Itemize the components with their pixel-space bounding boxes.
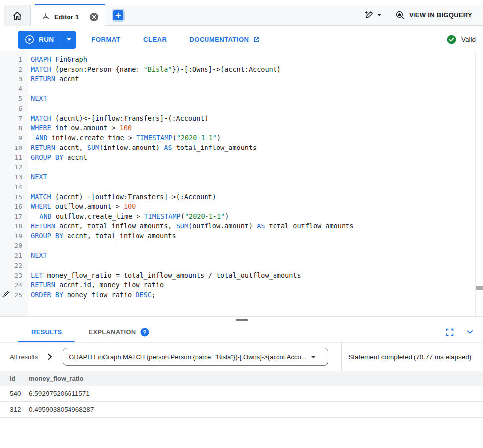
table-row: 3120.4959038054968287 (0, 402, 483, 418)
code-line[interactable]: 11GROUP BY accnt (0, 153, 476, 163)
code-line[interactable]: 5NEXT (0, 94, 476, 104)
clear-button[interactable]: CLEAR (143, 36, 167, 43)
table-row: 5406.592975206611571 (0, 386, 483, 402)
tab-editor-1[interactable]: Editor 1 (35, 4, 105, 28)
fullscreen-button[interactable] (445, 328, 454, 337)
run-label: RUN (39, 36, 54, 43)
line-number: 23 (0, 271, 22, 281)
code-line[interactable]: 14 (0, 182, 476, 192)
results-panel: RESULTS EXPLANATION ? (0, 317, 483, 448)
gemini-assist-menu-button[interactable] (364, 10, 381, 20)
editor-tab-label: Editor 1 (54, 13, 79, 21)
collapse-panel-button[interactable] (466, 328, 474, 336)
query-validity-status: Valid (447, 35, 476, 44)
line-number: 6 (0, 104, 22, 114)
line-number: 2 (0, 65, 22, 75)
code-line[interactable]: 23LET money_flow_ratio = total_inflow_am… (0, 271, 476, 281)
line-number: 24 (0, 280, 22, 290)
code-line[interactable]: 16WHERE outflow.amount > 100 (0, 202, 476, 212)
tab-explanation[interactable]: EXPLANATION ? (81, 322, 156, 342)
tab-bar: VIEW IN BIGQUERY Editor 1 (0, 0, 483, 28)
statement-selector-row: All results GRAPH FinGraph MATCH (person… (0, 343, 483, 371)
code-line[interactable]: 17 AND outflow.create_time > TIMESTAMP("… (0, 212, 476, 222)
chevron-down-icon (466, 328, 474, 336)
editor-scrollbar-thumb[interactable] (476, 286, 483, 290)
code-line[interactable]: 10RETURN accnt, SUM(inflow.amount) AS to… (0, 143, 476, 153)
code-line[interactable]: 12 (0, 162, 476, 172)
add-tab-icon (115, 12, 122, 19)
view-in-bigquery-label: VIEW IN BIGQUERY (409, 11, 472, 19)
dropdown-caret-icon (311, 356, 316, 358)
code-text: RETURN accnt (31, 75, 79, 84)
run-split-button: RUN (18, 31, 76, 49)
code-lines: 1GRAPH FinGraph2MATCH (person:Person {na… (0, 55, 476, 300)
run-button[interactable]: RUN (18, 31, 62, 49)
code-text: ORDER BY money_flow_ratio DESC; (31, 290, 156, 300)
code-text: GROUP BY accnt (31, 153, 87, 163)
line-number: 16 (0, 202, 22, 212)
code-line[interactable]: 20 (0, 241, 476, 251)
code-text: RETURN accnt.id, money_flow_ratio (31, 280, 164, 290)
home-tab[interactable] (4, 5, 31, 26)
column-header-id: id (0, 375, 29, 382)
gemini-pen-icon[interactable] (1, 290, 10, 300)
code-text: WHERE outflow.amount > 100 (31, 202, 136, 212)
code-line[interactable]: 25ORDER BY money_flow_ratio DESC; (0, 290, 476, 300)
format-button[interactable]: FORMAT (91, 36, 120, 43)
line-number: 18 (0, 222, 22, 231)
code-line[interactable]: 15MATCH (accnt) -[outflow:Transfers]->(:… (0, 192, 476, 202)
code-text: MATCH (accnt) -[outflow:Transfers]->(:Ac… (31, 192, 216, 202)
code-line[interactable]: 13NEXT (0, 172, 476, 182)
svg-text:?: ? (143, 329, 147, 335)
code-line[interactable]: 18RETURN accnt, total_inflow_amounts, SU… (0, 222, 476, 231)
caret-down-icon (67, 38, 71, 41)
play-icon (25, 35, 34, 44)
documentation-link[interactable]: DOCUMENTATION (189, 36, 260, 43)
line-number: 21 (0, 251, 22, 261)
line-number: 20 (0, 241, 22, 251)
all-results-label: All results (10, 353, 38, 361)
line-number: 3 (0, 75, 22, 84)
valid-label: Valid (461, 36, 476, 43)
statement-dropdown-value: GRAPH FinGraph MATCH (person:Person {nam… (69, 353, 306, 361)
line-number: 12 (0, 162, 22, 172)
code-line[interactable]: 8WHERE inflow.amount > 100 (0, 123, 476, 133)
close-icon[interactable] (89, 12, 99, 22)
line-number: 13 (0, 172, 22, 182)
code-editor[interactable]: 1GRAPH FinGraph2MATCH (person:Person {na… (0, 51, 483, 317)
code-line[interactable]: 24RETURN accnt.id, money_flow_ratio (0, 280, 476, 290)
line-number: 14 (0, 182, 22, 192)
all-results-expand-button[interactable] (45, 352, 54, 361)
bigquery-studio-window: VIEW IN BIGQUERY Editor 1 (0, 0, 483, 448)
drag-handle[interactable] (236, 319, 248, 321)
code-line[interactable]: 1GRAPH FinGraph (0, 55, 476, 65)
panel-divider (0, 317, 483, 322)
search-insights-icon (395, 10, 405, 20)
view-in-bigquery-button[interactable]: VIEW IN BIGQUERY (395, 10, 472, 20)
code-line[interactable]: 6 (0, 104, 476, 114)
code-line[interactable]: 7MATCH (accnt)<-[inflow:Transfers]-(:Acc… (0, 114, 476, 124)
code-text: AND inflow.create_time > TIMESTAMP("2020… (31, 133, 221, 143)
code-text: AND outflow.create_time > TIMESTAMP("202… (31, 212, 229, 222)
code-line[interactable]: 3RETURN accnt (0, 75, 476, 84)
caret-down-icon (377, 14, 381, 16)
tab-results[interactable]: RESULTS (18, 322, 75, 342)
line-number: 15 (0, 192, 22, 202)
statement-status-section: Statement completed (70.77 ms elapsed) (341, 343, 483, 371)
code-text: RETURN accnt, total_inflow_amounts, SUM(… (31, 222, 353, 231)
run-options-button[interactable] (62, 31, 76, 49)
cell-money-flow-ratio: 0.4959038054968287 (29, 406, 483, 413)
tab-strip: VIEW IN BIGQUERY (105, 5, 483, 26)
code-line[interactable]: 22 (0, 261, 476, 271)
cell-id: 312 (0, 406, 29, 413)
code-line[interactable]: 19GROUP BY accnt, total_inflow_amounts (0, 231, 476, 241)
add-editor-tab-button[interactable] (113, 10, 123, 20)
code-line[interactable]: 4 (0, 84, 476, 94)
statement-dropdown[interactable]: GRAPH FinGraph MATCH (person:Person {nam… (63, 348, 328, 366)
help-icon[interactable]: ? (140, 328, 149, 337)
code-line[interactable]: 21NEXT (0, 251, 476, 261)
home-icon (11, 10, 23, 22)
code-text: NEXT (31, 251, 47, 261)
code-line[interactable]: 2MATCH (person:Person {name: "Bisla"})-[… (0, 65, 476, 75)
code-line[interactable]: 9 AND inflow.create_time > TIMESTAMP("20… (0, 133, 476, 143)
